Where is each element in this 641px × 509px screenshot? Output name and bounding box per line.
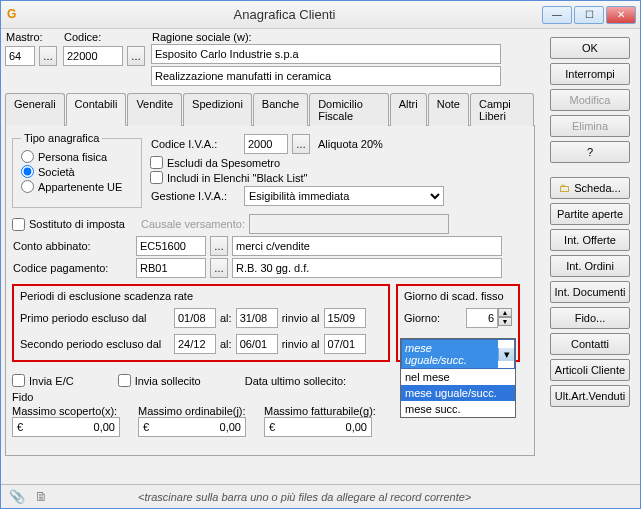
p1-label: Primo periodo escluso dal — [20, 312, 170, 324]
conto-label: Conto abbinato: — [12, 240, 132, 252]
status-hint: <trascinare sulla barra uno o più files … — [138, 491, 471, 503]
tab-spedizioni[interactable]: Spedizioni — [183, 93, 252, 126]
ultart-button[interactable]: Ult.Art.Venduti — [550, 385, 630, 407]
window: G Anagrafica Clienti — ☐ ✕ Mastro: … — [0, 0, 641, 509]
tab-pane: Tipo anagrafica Persona fisica Società A… — [5, 126, 535, 456]
ragione2-input[interactable] — [151, 66, 501, 86]
giorno-label: Giorno: — [404, 312, 440, 324]
mastro-input[interactable] — [5, 46, 35, 66]
partite-button[interactable]: Partite aperte — [550, 203, 630, 225]
codice-input[interactable] — [63, 46, 123, 66]
help-button[interactable]: ? — [550, 141, 630, 163]
elimina-button: Elimina — [550, 115, 630, 137]
codice-label: Codice: — [63, 31, 145, 43]
attach-icon[interactable]: 📎 — [9, 489, 25, 504]
mastro-label: Mastro: — [5, 31, 57, 43]
doc-icon[interactable]: 🗎 — [35, 489, 48, 504]
codiceiva-lookup[interactable]: … — [292, 134, 310, 154]
codiceiva-input[interactable] — [244, 134, 288, 154]
chevron-down-icon: ▾ — [498, 348, 514, 361]
mese-opt-1[interactable]: mese uguale/succ. — [401, 385, 515, 401]
mj-label: Massimo ordinabile(j): — [138, 405, 246, 417]
check-blacklist[interactable]: Includi in Elenchi "Black List" — [150, 171, 528, 184]
data-ult-label: Data ultimo sollecito: — [245, 375, 347, 387]
app-icon: G — [7, 7, 23, 23]
close-button[interactable]: ✕ — [606, 6, 636, 24]
radio-societa[interactable]: Società — [21, 165, 133, 178]
p1-from[interactable] — [174, 308, 216, 328]
codiceiva-label: Codice I.V.A.: — [150, 138, 240, 150]
documenti-button[interactable]: Int. Documenti — [550, 281, 630, 303]
window-title: Anagrafica Clienti — [29, 7, 540, 22]
mese-opt-2[interactable]: mese succ. — [401, 401, 515, 417]
maximize-button[interactable]: ☐ — [574, 6, 604, 24]
check-inviaec[interactable]: Invia E/C — [12, 374, 74, 387]
scad-legend: Giorno di scad. fisso — [404, 290, 512, 302]
folder-icon: 🗀 — [559, 182, 570, 194]
interrompi-button[interactable]: Interrompi — [550, 63, 630, 85]
right-buttons: OK Interrompi Modifica Elimina ? 🗀Scheda… — [550, 37, 630, 407]
gestioneiva-select[interactable]: Esigibilità immediata — [244, 186, 444, 206]
mx-input[interactable]: €0,00 — [12, 417, 120, 437]
ordini-button[interactable]: Int. Ordini — [550, 255, 630, 277]
p2-label: Secondo periodo escluso dal — [20, 338, 170, 350]
conto-descr[interactable] — [232, 236, 502, 256]
modifica-button: Modifica — [550, 89, 630, 111]
mese-dropdown[interactable]: mese uguale/succ.▾ nel mese mese uguale/… — [400, 338, 516, 418]
check-sostituto[interactable]: Sostituto di imposta — [12, 218, 125, 231]
p2-to[interactable] — [236, 334, 278, 354]
tab-altri[interactable]: Altri — [390, 93, 427, 126]
scheda-button[interactable]: 🗀Scheda... — [550, 177, 630, 199]
mese-opt-0[interactable]: nel mese — [401, 369, 515, 385]
p1-rin[interactable] — [324, 308, 366, 328]
periodi-legend: Periodi di esclusione scadenza rate — [20, 290, 382, 302]
check-inviasoll[interactable]: Invia sollecito — [118, 374, 201, 387]
check-spesometro[interactable]: Escludi da Spesometro — [150, 156, 528, 169]
tab-banche[interactable]: Banche — [253, 93, 308, 126]
periodi-box: Periodi di esclusione scadenza rate Prim… — [12, 284, 390, 362]
pag-lookup[interactable]: … — [210, 258, 228, 278]
contatti-button[interactable]: Contatti — [550, 333, 630, 355]
tab-vendite[interactable]: Vendite — [127, 93, 182, 126]
tab-campiliberi[interactable]: Campi Liberi — [470, 93, 534, 126]
mg-label: Massimo fatturabile(g): — [264, 405, 376, 417]
p1-to[interactable] — [236, 308, 278, 328]
pag-label: Codice pagamento: — [12, 262, 132, 274]
mx-label: Massimo scoperto(x): — [12, 405, 120, 417]
pag-descr[interactable] — [232, 258, 502, 278]
statusbar: 📎 🗎 <trascinare sulla barra uno o più fi… — [1, 484, 640, 508]
ok-button[interactable]: OK — [550, 37, 630, 59]
mastro-lookup[interactable]: … — [39, 46, 57, 66]
tipo-legend: Tipo anagrafica — [21, 132, 102, 144]
mese-selected: mese uguale/succ. — [402, 340, 498, 368]
fido-button[interactable]: Fido... — [550, 307, 630, 329]
tab-generali[interactable]: Generali — [5, 93, 65, 126]
tab-domicilio[interactable]: Domicilio Fiscale — [309, 93, 389, 126]
ragione1-input[interactable] — [151, 44, 501, 64]
tabs: Generali Contabili Vendite Spedizioni Ba… — [5, 92, 535, 126]
conto-input[interactable] — [136, 236, 206, 256]
p2-rin[interactable] — [324, 334, 366, 354]
ragione-label: Ragione sociale (w): — [151, 31, 535, 43]
minimize-button[interactable]: — — [542, 6, 572, 24]
causale-label: Causale versamento: — [141, 218, 245, 230]
conto-lookup[interactable]: … — [210, 236, 228, 256]
pag-input[interactable] — [136, 258, 206, 278]
tab-contabili[interactable]: Contabili — [66, 93, 127, 126]
titlebar: G Anagrafica Clienti — ☐ ✕ — [1, 1, 640, 29]
tab-note[interactable]: Note — [428, 93, 469, 126]
gestioneiva-label: Gestione I.V.A.: — [150, 190, 240, 202]
articoli-button[interactable]: Articoli Cliente — [550, 359, 630, 381]
radio-persona[interactable]: Persona fisica — [21, 150, 133, 163]
giorno-spinner[interactable]: ▲▼ — [498, 308, 512, 328]
scad-box: Giorno di scad. fisso Giorno: ▲▼ mese ug… — [396, 284, 520, 362]
mg-input[interactable]: €0,00 — [264, 417, 372, 437]
codice-lookup[interactable]: … — [127, 46, 145, 66]
causale-input — [249, 214, 449, 234]
mj-input[interactable]: €0,00 — [138, 417, 246, 437]
offerte-button[interactable]: Int. Offerte — [550, 229, 630, 251]
codiceiva-descr: Aliquota 20% — [318, 138, 383, 150]
giorno-input[interactable] — [466, 308, 498, 328]
p2-from[interactable] — [174, 334, 216, 354]
radio-ue[interactable]: Appartenente UE — [21, 180, 133, 193]
